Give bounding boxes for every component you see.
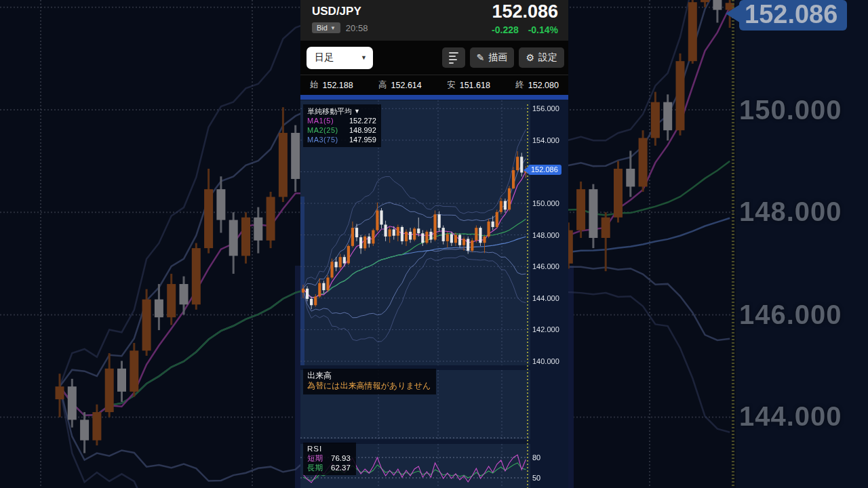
tag-arrow-icon — [524, 167, 528, 174]
background-current-price: 152.086 — [745, 0, 837, 28]
chart-region: 単純移動平均 ▼ MA1(5)152.272MA2(25)148.992MA3(… — [300, 95, 568, 488]
rsi-title: RSI — [307, 444, 351, 453]
timeframe-value: 日足 — [315, 52, 334, 64]
price-tick: 142.000 — [532, 325, 559, 333]
high-value: 高152.614 — [378, 79, 422, 91]
app-screen: { "header": { "pair": "USD/JPY", "price"… — [0, 0, 868, 488]
ma-legend-title: 単純移動平均 ▼ — [307, 106, 376, 116]
rsi-panel-label: RSI 短期76.93長期62.37 — [303, 443, 356, 475]
chevron-down-icon: ▼ — [330, 25, 336, 31]
rsi-legend-row: 長期62.37 — [307, 463, 351, 472]
bid-ask-selector[interactable]: Bid ▼ — [312, 22, 340, 33]
current-price: 152.086 — [492, 1, 558, 22]
pencil-icon: ✎ — [477, 53, 485, 62]
price-tick: 146.000 — [532, 262, 559, 270]
draw-button[interactable]: ✎ 描画 — [470, 47, 515, 68]
ma-legend-row: MA1(5)152.272 — [307, 116, 376, 125]
indicator-list-button[interactable] — [442, 47, 465, 68]
price-tick: 148.000 — [532, 231, 559, 239]
background-price-label: 144.000 — [739, 401, 842, 432]
background-price-label: 150.000 — [739, 95, 842, 125]
change-value: -0.228 — [492, 24, 519, 35]
background-price-label: 146.000 — [739, 300, 842, 330]
price-tick: 150.000 — [532, 199, 559, 207]
chart-toolbar: 日足 ▼ ✎ 描画 ⚙ 設定 — [300, 41, 568, 75]
price-change: -0.228 -0.14% — [492, 24, 558, 35]
price-chart-canvas[interactable] — [300, 95, 568, 488]
ma-legend[interactable]: 単純移動平均 ▼ MA1(5)152.272MA2(25)148.992MA3(… — [303, 104, 381, 147]
rsi-tick: 80 — [532, 453, 540, 462]
background-current-price-tag: 152.086 — [739, 0, 847, 30]
chevron-down-icon: ▼ — [361, 54, 367, 61]
price-axis: 156.000154.000152.000150.000148.000146.0… — [530, 95, 568, 366]
close-value: 終152.080 — [515, 79, 559, 91]
volume-panel-label: 出来高 為替には出来高情報がありません — [303, 369, 436, 394]
price-tick: 144.000 — [532, 294, 559, 302]
draw-label: 描画 — [488, 52, 507, 64]
bid-label: Bid — [317, 24, 328, 32]
quote-time: 20:58 — [346, 23, 368, 33]
price-tick: 154.000 — [532, 136, 559, 144]
rsi-tick: 50 — [532, 474, 540, 482]
price-tick: 140.000 — [532, 357, 559, 365]
tag-arrow-icon — [726, 4, 741, 23]
settings-button[interactable]: ⚙ 設定 — [519, 47, 564, 68]
change-percent: -0.14% — [528, 24, 558, 35]
background-price-label: 148.000 — [739, 197, 842, 227]
chevron-down-icon: ▼ — [354, 106, 360, 116]
current-price-value: 152.086 — [531, 165, 558, 174]
settings-label: 設定 — [538, 52, 557, 64]
list-lines-icon — [449, 52, 458, 64]
ohlc-bar: 始152.188 高152.614 安151.618 終152.080 — [300, 75, 568, 95]
price-tick: 156.000 — [532, 104, 559, 113]
timeframe-dropdown[interactable]: 日足 ▼ — [307, 47, 373, 69]
current-price-tag: 152.086 — [528, 165, 561, 175]
quote-header: USD/JPY Bid ▼ 20:58 152.086 -0.228 -0.14… — [300, 0, 568, 41]
low-value: 安151.618 — [447, 79, 490, 91]
open-value: 始152.188 — [310, 79, 353, 91]
ma-legend-row: MA3(75)147.959 — [307, 135, 376, 144]
ma-legend-row: MA2(25)148.992 — [307, 125, 376, 135]
rsi-legend-row: 短期76.93 — [307, 453, 351, 463]
volume-no-data-message: 為替には出来高情報がありません — [307, 381, 431, 391]
trading-app-column: USD/JPY Bid ▼ 20:58 152.086 -0.228 -0.14… — [300, 0, 568, 488]
gear-icon: ⚙ — [526, 53, 534, 62]
volume-title: 出来高 — [307, 371, 431, 381]
